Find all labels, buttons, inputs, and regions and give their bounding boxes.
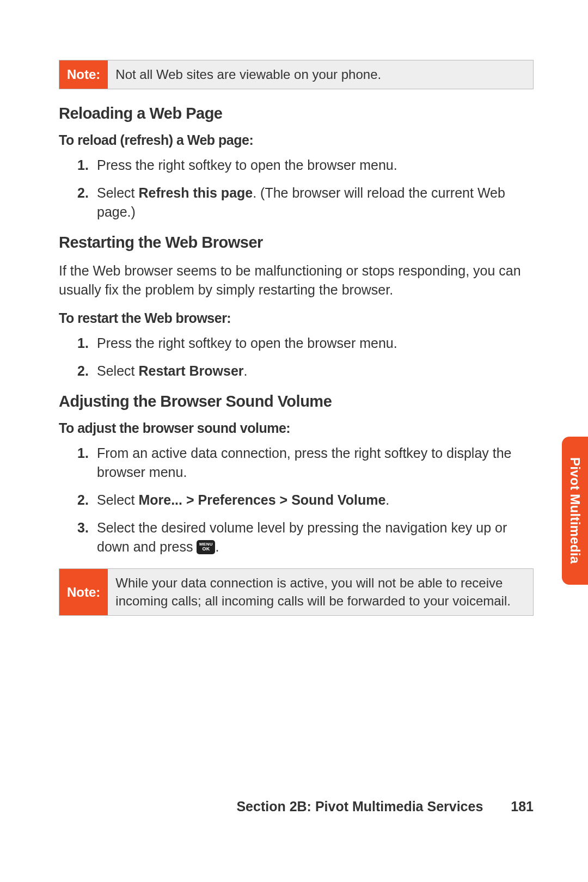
list-item: 1. Press the right softkey to open the b…: [97, 334, 534, 353]
page-number: 181: [511, 799, 534, 814]
note-label: Note:: [59, 60, 108, 89]
subheading-restart: To restart the Web browser:: [59, 310, 534, 326]
page-footer: Section 2B: Pivot Multimedia Services 18…: [0, 799, 588, 814]
step-text: Press the right softkey to open the brow…: [97, 157, 397, 173]
list-item: 3. Select the desired volume level by pr…: [97, 518, 534, 556]
footer-section: Section 2B: Pivot Multimedia Services: [236, 799, 483, 814]
list-item: 1. From an active data connection, press…: [97, 444, 534, 482]
list-item: 2. Select Refresh this page. (The browse…: [97, 183, 534, 222]
step-text: Select More... > Preferences > Sound Vol…: [97, 492, 389, 507]
manual-page: Note: Not all Web sites are viewable on …: [0, 0, 588, 882]
step-text: Press the right softkey to open the brow…: [97, 335, 397, 351]
list-item: 2. Select Restart Browser.: [97, 362, 534, 381]
subheading-volume: To adjust the browser sound volume:: [59, 420, 534, 436]
step-text: Select Refresh this page. (The browser w…: [97, 185, 505, 219]
step-text: Select Restart Browser.: [97, 363, 248, 378]
step-number: 2.: [77, 183, 89, 203]
step-number: 2.: [77, 362, 89, 381]
note-box-1: Note: Not all Web sites are viewable on …: [59, 60, 534, 89]
steps-reload: 1. Press the right softkey to open the b…: [59, 156, 534, 222]
list-item: 2. Select More... > Preferences > Sound …: [97, 491, 534, 510]
steps-volume: 1. From an active data connection, press…: [59, 444, 534, 556]
list-item: 1. Press the right softkey to open the b…: [97, 156, 534, 175]
heading-reloading: Reloading a Web Page: [59, 105, 534, 122]
step-number: 1.: [77, 156, 89, 175]
side-tab-label: Pivot Multimedia: [567, 457, 583, 564]
menu-ok-key-icon: MENUOK: [197, 540, 215, 554]
note-label: Note:: [59, 569, 108, 615]
note-box-2: Note: While your data connection is acti…: [59, 568, 534, 616]
heading-volume: Adjusting the Browser Sound Volume: [59, 393, 534, 411]
intro-restarting: If the Web browser seems to be malfuncti…: [59, 261, 534, 299]
note-text: While your data connection is active, yo…: [108, 569, 533, 615]
step-number: 2.: [77, 491, 89, 510]
step-text: Select the desired volume level by press…: [97, 520, 507, 554]
steps-restart: 1. Press the right softkey to open the b…: [59, 334, 534, 381]
note-text: Not all Web sites are viewable on your p…: [108, 60, 533, 89]
heading-restarting: Restarting the Web Browser: [59, 234, 534, 252]
step-number: 3.: [77, 518, 89, 537]
subheading-reload: To reload (refresh) a Web page:: [59, 132, 534, 148]
step-number: 1.: [77, 444, 89, 463]
side-tab: Pivot Multimedia: [562, 437, 588, 585]
step-number: 1.: [77, 334, 89, 353]
step-text: From an active data connection, press th…: [97, 445, 512, 480]
